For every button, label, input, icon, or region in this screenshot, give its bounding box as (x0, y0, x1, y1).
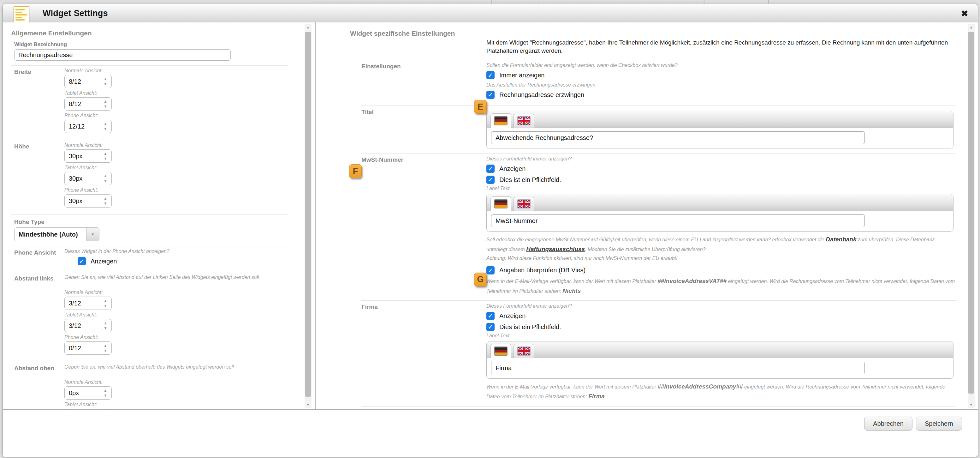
company-always-show-hint: Dieses Formularfeld immer anzeigen? (486, 303, 956, 309)
disclaimer-link[interactable]: Haftungsausschluss (526, 246, 585, 252)
vat-language-tabbox (486, 194, 953, 231)
spin-down-icon[interactable] (99, 126, 111, 131)
tab-language-de[interactable] (490, 196, 511, 211)
settings-row: Einstellungen Sollen die Formularfelder … (361, 62, 956, 101)
company-show-checkbox[interactable] (486, 312, 495, 320)
spin-up-icon[interactable] (99, 121, 111, 126)
stepper-arrows (99, 120, 111, 132)
height-tablet-stepper[interactable]: 30px (64, 172, 112, 185)
width-normal-stepper[interactable]: 8/12 (64, 75, 112, 88)
width-row: Breite Normale Ansicht: 8/12 Tablet Ansi… (11, 68, 288, 135)
margin-left-row: Abstand links Geben Sie an, wie viel Abs… (11, 274, 288, 357)
vat-show-checkbox[interactable] (486, 164, 495, 173)
vat-placeholder-description: Wenn in der E-Mail-Vorlage verfügbar, ka… (486, 276, 956, 296)
margin-top-hint: Geben Sie an, wie viel Abstand oberhalb … (64, 364, 288, 370)
spin-up-icon[interactable] (99, 321, 111, 326)
stepper-value: 0/12 (65, 342, 99, 354)
height-type-select[interactable]: Mindesthöhe (Auto) (14, 227, 99, 241)
spin-up-icon[interactable] (99, 173, 111, 179)
title-de-input[interactable] (491, 131, 865, 144)
vies-text: Soll edoobox die eingegebene MwSt-Nummer… (486, 237, 826, 242)
divider (11, 272, 288, 272)
tab-language-en[interactable] (514, 344, 535, 358)
stepper-arrows (99, 97, 111, 110)
spin-down-icon[interactable] (99, 156, 111, 161)
stepper-value: 12/12 (65, 120, 99, 132)
phone-view-row: Phone Ansicht Dieses Widget in der Phone… (11, 249, 288, 267)
height-normal-stepper[interactable]: 30px (64, 149, 112, 163)
right-pane-scrollbar[interactable] (968, 24, 975, 408)
spin-up-icon[interactable] (99, 151, 111, 156)
stepper-value: 8/12 (65, 97, 99, 110)
scroll-down-icon[interactable] (968, 401, 975, 408)
scrollbar-thumb[interactable] (968, 32, 974, 394)
phone-view-label: Phone Ansicht (14, 249, 64, 267)
view-normal-label: Normale Ansicht: (64, 142, 288, 148)
tab-language-de[interactable] (490, 344, 511, 358)
vat-row: F MwSt-Nummer Dieses Formularfeld immer … (361, 156, 956, 296)
tab-language-de[interactable] (490, 113, 511, 128)
save-button[interactable]: Speichern (916, 417, 962, 431)
database-link[interactable]: Datenbank (826, 236, 856, 243)
spin-down-icon[interactable] (99, 303, 111, 308)
divider (11, 246, 288, 246)
vat-label-de-input[interactable] (491, 214, 865, 227)
stepper-arrows (99, 195, 111, 207)
margin-left-phone-stepper[interactable]: 0/12 (64, 342, 112, 355)
spin-up-icon[interactable] (99, 99, 111, 104)
phone-view-show-checkbox[interactable] (78, 257, 86, 265)
company-required-checkbox[interactable] (486, 323, 495, 331)
spin-down-icon[interactable] (99, 104, 111, 109)
spin-up-icon[interactable] (99, 298, 111, 303)
spin-up-icon[interactable] (99, 388, 111, 393)
scroll-down-icon[interactable] (305, 401, 312, 408)
german-flag-icon (494, 346, 508, 356)
vat-verify-checkbox[interactable] (486, 266, 495, 274)
spin-down-icon[interactable] (99, 81, 111, 86)
vat-placeholder-code: ##InvoiceAddressVAT## (657, 278, 727, 284)
label-text-hint: Label Text (486, 333, 956, 338)
spin-down-icon[interactable] (99, 201, 111, 206)
close-button[interactable] (958, 8, 971, 19)
vat-required-checkbox[interactable] (486, 176, 495, 184)
company-placeholder-code: ##InvoiceAddressCompany## (657, 383, 743, 390)
scroll-up-icon[interactable] (968, 24, 975, 30)
spin-up-icon[interactable] (99, 343, 111, 348)
margin-left-normal-stepper[interactable]: 3/12 (64, 297, 112, 310)
height-phone-stepper[interactable]: 30px (64, 194, 112, 207)
view-phone-label: Phone Ansicht: (64, 113, 288, 118)
divider (11, 65, 288, 66)
dialog-footer: Abbrechen Speichern (3, 409, 978, 457)
width-phone-stepper[interactable]: 12/12 (64, 120, 112, 133)
scrollbar-thumb[interactable] (305, 32, 311, 397)
spin-down-icon[interactable] (99, 179, 111, 184)
cancel-button[interactable]: Abbrechen (864, 417, 912, 431)
spin-down-icon[interactable] (99, 393, 111, 398)
widget-name-input[interactable] (14, 49, 231, 61)
view-phone-label: Phone Ansicht: (64, 335, 288, 340)
company-label-de-input[interactable] (491, 362, 865, 374)
stepper-arrows (99, 386, 111, 399)
left-pane-scrollbar[interactable] (305, 24, 312, 408)
hint-marker-g: G (474, 273, 487, 286)
spin-down-icon[interactable] (99, 326, 111, 331)
placeholder-text: Wenn in der E-Mail-Vorlage verfügbar, ka… (486, 279, 657, 284)
scroll-up-icon[interactable] (305, 24, 312, 30)
margin-left-tablet-stepper[interactable]: 3/12 (64, 319, 112, 332)
spin-up-icon[interactable] (99, 77, 111, 81)
dialog-header: Widget Settings (3, 4, 978, 23)
width-label: Breite (14, 68, 64, 135)
width-tablet-stepper[interactable]: 8/12 (64, 97, 112, 110)
spin-down-icon[interactable] (99, 348, 111, 353)
close-icon (961, 13, 968, 18)
backdrop-divider (704, 0, 705, 3)
checkbox-label: Anzeigen (499, 313, 525, 320)
tab-language-en[interactable] (514, 114, 535, 128)
language-tabstrip (487, 342, 953, 358)
spin-up-icon[interactable] (99, 196, 111, 201)
margin-top-normal-stepper[interactable]: 0px (64, 386, 112, 400)
height-label: Höhe (14, 142, 64, 210)
tab-language-en[interactable] (514, 197, 535, 211)
always-show-checkbox[interactable] (486, 71, 495, 79)
force-invoice-address-checkbox[interactable] (486, 91, 495, 99)
